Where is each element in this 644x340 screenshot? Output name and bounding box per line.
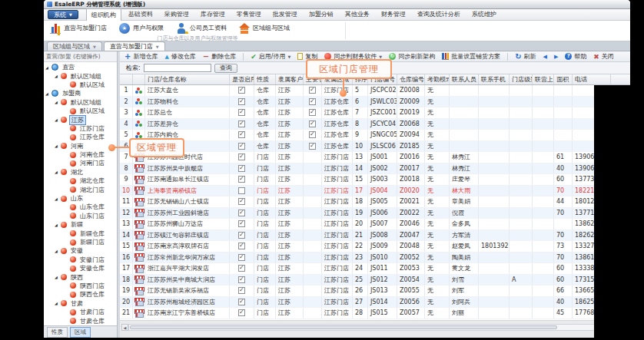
table-row[interactable]: 7江苏苏州园区时代店门店江苏江苏门店13JS001Z0016无林秀江611390…: [120, 152, 630, 163]
enabled-checkbox[interactable]: [238, 98, 245, 105]
enabled-checkbox[interactable]: [238, 287, 245, 294]
ribbon-button-2[interactable]: 用户与权限: [119, 23, 164, 34]
enabled-checkbox[interactable]: [238, 243, 245, 249]
tree-node-湖北门店[interactable]: 湖北门店: [44, 185, 117, 193]
tree-expand-icon[interactable]: ◢: [55, 249, 58, 253]
menu-item-8[interactable]: 其他业务: [340, 8, 374, 21]
enabled-checkbox[interactable]: [238, 220, 245, 227]
table-row[interactable]: 13江苏苏州狮山万达店门店江苏江苏门店20JS007Z0046无金多凤13862…: [120, 219, 630, 230]
toolbar-button-同步刷新架构[interactable]: ↻同步刷新架构: [389, 52, 435, 61]
enabled-checkbox[interactable]: [238, 165, 245, 172]
tree-node-默认区域组[interactable]: ◢默认区域组: [44, 98, 117, 107]
toolbar-prev-button[interactable]: ◀: [543, 54, 547, 60]
scrollbar-track[interactable]: [128, 324, 627, 331]
tree-node-河南门店[interactable]: 河南门店: [44, 159, 117, 167]
menu-item-2[interactable]: 基础资料: [124, 8, 158, 21]
tree-node-甘肃仓库[interactable]: 甘肃仓库: [44, 316, 117, 325]
enabled-checkbox[interactable]: [238, 232, 245, 239]
enabled-checkbox[interactable]: [238, 299, 245, 305]
tree-node-直营[interactable]: ◢直营: [44, 63, 117, 71]
table-row[interactable]: 11江苏无锡锡山八士镇店门店江苏江苏门店18JS005Z0021无章美娟4418…: [120, 196, 630, 208]
table-row[interactable]: 18江苏苏州吴中商城大润店门店江苏江苏门店25JS012Z0054无刘雪A601…: [120, 275, 630, 286]
tree-node-陕西门店[interactable]: 陕西门店: [44, 282, 117, 290]
tree-node-江苏仓库[interactable]: 江苏仓库: [44, 133, 117, 141]
menu-item-1[interactable]: 组织机构: [86, 8, 121, 21]
toolbar-button-删除仓库[interactable]: −删除仓库: [203, 52, 236, 61]
toolbar-button-启用/停用[interactable]: ✔启用/停用▼: [251, 52, 290, 61]
scrollbar-thumb[interactable]: [130, 325, 557, 329]
tree-node-甘肃[interactable]: ◢甘肃: [44, 299, 117, 308]
tree-expand-icon[interactable]: ◢: [55, 74, 58, 78]
enabled-checkbox[interactable]: [238, 276, 245, 283]
menu-item-10[interactable]: 查询及统计分析: [413, 8, 465, 21]
tree-node-新疆[interactable]: ◢新疆: [44, 220, 117, 229]
table-row[interactable]: 12江苏苏州工业园斜塘店门店江苏江苏门店19JS006Z0022无倪霞70137…: [120, 208, 630, 220]
menu-item-9[interactable]: 财务管理: [377, 8, 410, 21]
tree-node-新疆仓库[interactable]: 新疆仓库: [44, 229, 117, 237]
tree-node-陕西仓库[interactable]: 陕西仓库: [44, 290, 117, 299]
major-warehouse-checkbox[interactable]: [309, 143, 316, 150]
menu-item-5[interactable]: 零售管理: [232, 8, 266, 21]
enabled-checkbox[interactable]: [238, 210, 245, 216]
table-row[interactable]: 8江苏苏州吴中旗舰店门店江苏江苏门店14JS002Z0017无林秀江401390…: [120, 163, 630, 175]
tree-expand-icon[interactable]: ◢: [55, 117, 58, 122]
tree-node-山东[interactable]: ◢山东: [44, 194, 117, 203]
tree-node-江苏门店[interactable]: 江苏门店: [44, 124, 117, 133]
panel-tab-性质[interactable]: 性质: [47, 327, 68, 338]
tree-expand-icon[interactable]: ◢: [55, 301, 58, 305]
enabled-checkbox[interactable]: [238, 265, 245, 272]
tree-expand-icon[interactable]: ◢: [55, 196, 58, 201]
toolbar-next-button[interactable]: ▶: [554, 54, 558, 60]
search-input[interactable]: [144, 64, 211, 72]
tree-expand-icon[interactable]: ◢: [45, 91, 48, 96]
tree-node-安徽门店[interactable]: 安徽门店: [44, 256, 117, 264]
enabled-checkbox[interactable]: [238, 198, 245, 205]
tree-expand-icon[interactable]: ◢: [55, 223, 58, 227]
toolbar-button-批量设置铺货方案[interactable]: 批量设置铺货方案: [442, 52, 500, 61]
enabled-checkbox[interactable]: [238, 254, 245, 261]
ribbon-button-1[interactable]: 直营与加盟门店: [50, 23, 107, 34]
table-row[interactable]: 10上海奉贤南桥镇店门店江苏江苏门店17JS004Z0020无林大雨701822…: [120, 186, 630, 197]
horizontal-scrollbar[interactable]: ◀: [121, 324, 627, 331]
tree-expand-icon[interactable]: ◢: [55, 275, 58, 279]
doc-tab-1[interactable]: 区域组与区域▼: [47, 41, 102, 51]
table-row[interactable]: 14江苏镇江句容郭庄镇店门店江苏江苏门店21JS008Z0047无方军清7018…: [120, 230, 630, 242]
enabled-checkbox[interactable]: [238, 153, 245, 160]
ribbon-button-3[interactable]: 公司员工资料: [176, 23, 227, 34]
menu-item-3[interactable]: 采购管理: [160, 8, 194, 21]
panel-tab-区域[interactable]: 区域: [70, 327, 91, 338]
menu-item-7[interactable]: 加盟分销: [304, 8, 338, 21]
enabled-checkbox[interactable]: [238, 176, 245, 183]
table-row[interactable]: 15江苏南京高淳双牌石店门店江苏江苏门店22JS009Z0048无赵爱凤1801…: [120, 241, 630, 253]
tree-expand-icon[interactable]: ◢: [55, 144, 58, 148]
table-row[interactable]: 20江苏苏州相城经济园区店门店江苏江苏门店27JS014Z0056无刘阿兵401…: [120, 297, 630, 309]
enabled-checkbox[interactable]: [238, 87, 245, 94]
tree-node-新疆门店[interactable]: 新疆门店: [44, 238, 117, 246]
ribbon-button-4[interactable]: 区域组与区域: [239, 23, 290, 34]
major-warehouse-checkbox[interactable]: [309, 109, 316, 116]
table-row[interactable]: 3江苏总仓仓库江苏江苏仓库7JSZC001Z0019无: [120, 107, 630, 119]
table-row[interactable]: 1江苏大盘仓仓库江苏江苏门店5JSCPC02Z0008无: [120, 85, 630, 97]
table-row[interactable]: 17浙江嘉兴平湖大润发店门店江苏江苏门店24JS011Z0053无黄文龙6013…: [120, 263, 630, 275]
tree-node-默认区域组[interactable]: ◢默认区域组: [44, 71, 117, 80]
menu-item-6[interactable]: 批发管理: [268, 8, 302, 21]
tree-node-江苏[interactable]: ◢江苏: [44, 115, 117, 124]
major-warehouse-checkbox[interactable]: [309, 98, 316, 105]
enabled-checkbox[interactable]: [238, 309, 245, 316]
enabled-checkbox[interactable]: [238, 120, 245, 127]
tree-node-安徽仓库[interactable]: 安徽仓库: [44, 264, 117, 272]
menu-item-4[interactable]: 库存管理: [196, 8, 230, 21]
menu-item-11[interactable]: 系统维护: [467, 8, 501, 21]
enabled-checkbox[interactable]: [238, 131, 245, 138]
table-row[interactable]: 21江苏南京江宁东善桥镇店门店江苏江苏门店28JS015Z0057无刘丽4517…: [120, 308, 630, 319]
tree-expand-icon[interactable]: ◢: [55, 170, 58, 174]
system-menu-button[interactable]: 系统 ▼: [48, 10, 78, 19]
tree-node-河南[interactable]: ◢河南: [44, 142, 117, 150]
tree-node-安徽[interactable]: ◢安徽: [44, 246, 117, 255]
search-button[interactable]: 查询: [214, 64, 237, 73]
table-row[interactable]: 2江苏物料仓仓库江苏江苏仓库6JSWLC03Z0009无: [120, 97, 630, 108]
tree-node-山东门店[interactable]: 山东门店: [44, 212, 117, 220]
table-row[interactable]: 4江苏差异仓仓库江苏江苏仓库8JSCYC04Z0068无: [120, 119, 630, 130]
toolbar-button-帮助[interactable]: ?帮助: [565, 52, 586, 61]
toolbar-button-关闭[interactable]: ✖关闭: [593, 52, 614, 61]
